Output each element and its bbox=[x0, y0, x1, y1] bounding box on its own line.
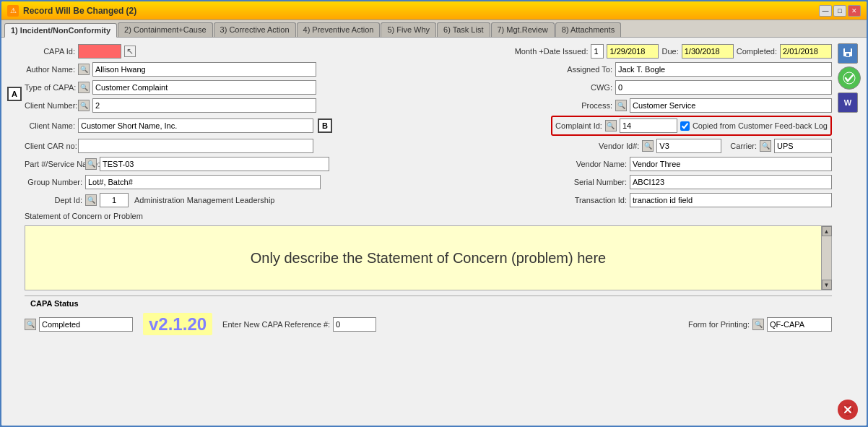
transaction-label: Transaction Id: bbox=[575, 196, 627, 204]
tabs-bar: 1) Incident/NonConformity 2) Containment… bbox=[1, 20, 867, 38]
close-button[interactable]: ✕ bbox=[848, 5, 861, 17]
tab-mgtreview[interactable]: 7) Mgt.Review bbox=[491, 22, 555, 37]
main-content: A CAPA Id: ↖ Month +Date Issued: Due: Co… bbox=[1, 38, 867, 426]
scroll-up[interactable]: ▲ bbox=[822, 226, 832, 236]
save-button[interactable] bbox=[838, 43, 858, 64]
due-date-input[interactable] bbox=[682, 44, 734, 59]
client-name-input[interactable] bbox=[78, 118, 313, 133]
status-input[interactable] bbox=[39, 317, 133, 332]
word-icon: W bbox=[844, 98, 851, 107]
carrier-label: Carrier: bbox=[730, 142, 757, 150]
cwg-input[interactable] bbox=[615, 80, 832, 95]
row-type: Type of CAPA: 🔍 CWG: bbox=[25, 79, 832, 95]
client-car-label: Client CAR no: bbox=[25, 142, 75, 150]
transaction-input[interactable] bbox=[630, 193, 832, 207]
concern-box[interactable]: Only describe the Statement of Concern (… bbox=[25, 225, 832, 290]
client-number-input[interactable] bbox=[92, 98, 316, 113]
month-label: Month +Date Issued: bbox=[515, 47, 589, 56]
client-car-input[interactable] bbox=[78, 139, 313, 153]
cwg-label: CWG: bbox=[591, 83, 612, 92]
row-client-car: Client CAR no: Vendor Id#: 🔍 Carrier: 🔍 bbox=[25, 138, 832, 154]
dept-search-icon[interactable]: 🔍 bbox=[85, 194, 97, 206]
process-input[interactable] bbox=[630, 98, 832, 113]
tab-preventive[interactable]: 4) Preventive Action bbox=[297, 22, 381, 37]
cursor-icon: ↖ bbox=[124, 46, 136, 57]
tab-fivewhy[interactable]: 5) Five Why bbox=[381, 22, 436, 37]
due-label: Due: bbox=[661, 47, 678, 56]
type-label: Type of CAPA: bbox=[25, 83, 75, 92]
scroll-down[interactable]: ▼ bbox=[822, 280, 832, 290]
capa-id-input[interactable] bbox=[78, 44, 121, 59]
process-search-icon[interactable]: 🔍 bbox=[615, 100, 627, 111]
carrier-icon[interactable]: 🔍 bbox=[760, 140, 771, 152]
month-input[interactable] bbox=[591, 44, 604, 59]
complaint-search-icon[interactable]: 🔍 bbox=[605, 120, 617, 131]
tab-corrective[interactable]: 3) Corrective Action bbox=[214, 22, 296, 37]
version-text: v2.1.20 bbox=[143, 313, 212, 335]
dept-input[interactable] bbox=[100, 193, 129, 207]
vendor-id-input[interactable] bbox=[656, 139, 721, 153]
status-search-icon[interactable]: 🔍 bbox=[25, 319, 36, 330]
title-bar: ⚠ Record Will Be Changed (2) — □ ✕ bbox=[1, 1, 867, 20]
client-search-icon[interactable]: 🔍 bbox=[78, 100, 90, 111]
author-search-icon[interactable]: 🔍 bbox=[78, 64, 90, 75]
dept-name: Administration Management Leadership bbox=[134, 196, 274, 204]
statement-label: Statement of Concern or Problem bbox=[25, 212, 832, 220]
type-input[interactable] bbox=[92, 80, 316, 95]
client-name-label: Client Name: bbox=[25, 121, 75, 130]
new-ref-label: Enter New CAPA Reference #: bbox=[222, 320, 330, 329]
tab-tasklist[interactable]: 6) Task List bbox=[437, 22, 490, 37]
author-label: Author Name: bbox=[25, 65, 75, 74]
group-input[interactable] bbox=[85, 175, 321, 189]
complaint-section: Complaint Id: 🔍 Copied from Customer Fee… bbox=[551, 116, 832, 136]
part-search-icon[interactable]: 🔍 bbox=[85, 158, 97, 170]
a-label: A bbox=[7, 87, 22, 101]
client-number-label: Client Number: bbox=[25, 101, 75, 110]
bottom-row: 🔍 v2.1.20 Enter New CAPA Reference #: Fo… bbox=[25, 313, 832, 336]
carrier-input[interactable] bbox=[774, 139, 832, 153]
complaint-label: Complaint Id: bbox=[555, 121, 602, 130]
process-label: Process: bbox=[581, 101, 612, 110]
capa-id-label: CAPA Id: bbox=[25, 47, 75, 56]
row-group: Group Number: Serial Number: bbox=[25, 174, 832, 190]
type-search-icon[interactable]: 🔍 bbox=[78, 82, 90, 93]
assigned-input[interactable] bbox=[615, 62, 832, 77]
main-window: ⚠ Record Will Be Changed (2) — □ ✕ 1) In… bbox=[0, 0, 868, 427]
tab-incident[interactable]: 1) Incident/NonConformity bbox=[4, 23, 117, 38]
part-input[interactable] bbox=[100, 157, 329, 171]
window-controls: — □ ✕ bbox=[819, 5, 861, 17]
serial-label: Serial Number: bbox=[574, 178, 627, 186]
vendor-name-input[interactable] bbox=[630, 157, 832, 171]
warning-icon: ⚠ bbox=[7, 5, 19, 17]
window-title: Record Will Be Changed (2) bbox=[23, 6, 136, 16]
vendor-name-label: Vendor Name: bbox=[576, 160, 627, 168]
form-area: CAPA Id: ↖ Month +Date Issued: Due: Comp… bbox=[25, 43, 832, 420]
completed-date-input[interactable] bbox=[780, 44, 832, 59]
form-print-input[interactable] bbox=[767, 317, 832, 332]
row-part: Part #/Service Name: 🔍 Vendor Name: bbox=[25, 156, 832, 172]
row-capa-id: CAPA Id: ↖ Month +Date Issued: Due: Comp… bbox=[25, 43, 832, 59]
vendor-id-icon[interactable]: 🔍 bbox=[642, 140, 654, 152]
title-bar-left: ⚠ Record Will Be Changed (2) bbox=[7, 5, 136, 17]
right-buttons: W bbox=[835, 43, 861, 420]
minimize-button[interactable]: — bbox=[819, 5, 832, 17]
copied-checkbox[interactable] bbox=[680, 121, 690, 131]
approve-button[interactable] bbox=[838, 66, 861, 90]
svg-rect-1 bbox=[845, 48, 851, 52]
new-ref-input[interactable] bbox=[333, 317, 376, 332]
tab-attachments[interactable]: 8) Attachments bbox=[555, 22, 621, 37]
form-print-icon[interactable]: 🔍 bbox=[752, 319, 764, 330]
issued-date-input[interactable] bbox=[607, 44, 659, 59]
complaint-input[interactable] bbox=[620, 118, 677, 133]
cancel-button[interactable] bbox=[838, 400, 858, 420]
row-client-name: Client Name: B Complaint Id: 🔍 Copied fr… bbox=[25, 116, 832, 136]
part-label: Part #/Service Name: bbox=[25, 160, 82, 168]
completed-label: Completed: bbox=[737, 47, 777, 56]
maximize-button[interactable]: □ bbox=[833, 5, 846, 17]
word-button[interactable]: W bbox=[838, 92, 858, 113]
assigned-label: Assigned To: bbox=[567, 65, 612, 74]
capa-status-label: CAPA Status bbox=[30, 299, 79, 308]
tab-containment[interactable]: 2) Containment+Cause bbox=[118, 22, 212, 37]
serial-input[interactable] bbox=[630, 175, 832, 189]
author-input[interactable] bbox=[92, 62, 316, 77]
